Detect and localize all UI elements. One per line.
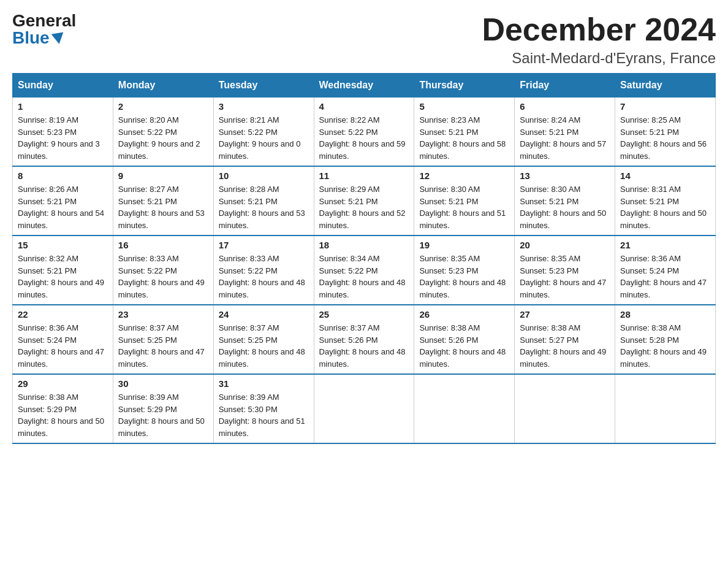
calendar-cell: 12 Sunrise: 8:30 AMSunset: 5:21 PMDaylig… xyxy=(414,166,515,236)
calendar-cell: 4 Sunrise: 8:22 AMSunset: 5:22 PMDayligh… xyxy=(314,98,414,167)
day-number: 29 xyxy=(18,378,108,389)
logo-general-text: General xyxy=(12,12,76,29)
calendar-cell xyxy=(314,374,414,443)
day-info: Sunrise: 8:19 AMSunset: 5:23 PMDaylight:… xyxy=(18,115,100,161)
day-info: Sunrise: 8:33 AMSunset: 5:22 PMDaylight:… xyxy=(219,254,305,299)
day-number: 9 xyxy=(118,170,208,181)
day-info: Sunrise: 8:20 AMSunset: 5:22 PMDaylight:… xyxy=(118,115,200,161)
day-number: 18 xyxy=(319,240,409,250)
month-title: December 2024 xyxy=(482,12,716,47)
day-info: Sunrise: 8:38 AMSunset: 5:28 PMDaylight:… xyxy=(620,323,707,369)
calendar-cell: 10 Sunrise: 8:28 AMSunset: 5:21 PMDaylig… xyxy=(213,166,314,236)
day-info: Sunrise: 8:34 AMSunset: 5:22 PMDaylight:… xyxy=(319,254,406,299)
calendar-cell xyxy=(615,374,716,443)
day-number: 17 xyxy=(219,240,309,250)
day-number: 16 xyxy=(118,240,208,250)
calendar-cell: 27 Sunrise: 8:38 AMSunset: 5:27 PMDaylig… xyxy=(515,305,615,374)
calendar-cell xyxy=(515,374,615,443)
calendar-cell: 7 Sunrise: 8:25 AMSunset: 5:21 PMDayligh… xyxy=(615,98,716,167)
week-row-2: 8 Sunrise: 8:26 AMSunset: 5:21 PMDayligh… xyxy=(13,166,716,236)
day-info: Sunrise: 8:28 AMSunset: 5:21 PMDaylight:… xyxy=(219,185,305,230)
weekday-header-row: SundayMondayTuesdayWednesdayThursdayFrid… xyxy=(13,74,716,98)
logo: General Blue xyxy=(12,12,76,47)
day-info: Sunrise: 8:39 AMSunset: 5:30 PMDaylight:… xyxy=(219,393,305,438)
day-info: Sunrise: 8:22 AMSunset: 5:22 PMDaylight:… xyxy=(319,115,406,161)
calendar-cell xyxy=(414,374,515,443)
day-info: Sunrise: 8:37 AMSunset: 5:25 PMDaylight:… xyxy=(118,323,205,369)
weekday-header-friday: Friday xyxy=(515,74,615,98)
weekday-header-sunday: Sunday xyxy=(13,74,113,98)
day-number: 19 xyxy=(419,240,509,250)
location-title: Saint-Medard-d'Eyrans, France xyxy=(482,50,716,67)
day-info: Sunrise: 8:38 AMSunset: 5:26 PMDaylight:… xyxy=(419,323,506,369)
day-number: 27 xyxy=(520,309,610,320)
calendar-cell: 2 Sunrise: 8:20 AMSunset: 5:22 PMDayligh… xyxy=(113,98,213,167)
day-info: Sunrise: 8:30 AMSunset: 5:21 PMDaylight:… xyxy=(419,185,506,230)
weekday-header-tuesday: Tuesday xyxy=(213,74,314,98)
weekday-header-monday: Monday xyxy=(113,74,213,98)
calendar-cell: 14 Sunrise: 8:31 AMSunset: 5:21 PMDaylig… xyxy=(615,166,716,236)
day-info: Sunrise: 8:38 AMSunset: 5:29 PMDaylight:… xyxy=(18,393,104,438)
day-number: 6 xyxy=(520,101,610,112)
calendar-cell: 20 Sunrise: 8:35 AMSunset: 5:23 PMDaylig… xyxy=(515,236,615,305)
day-info: Sunrise: 8:37 AMSunset: 5:25 PMDaylight:… xyxy=(219,323,305,369)
calendar-cell: 6 Sunrise: 8:24 AMSunset: 5:21 PMDayligh… xyxy=(515,98,615,167)
day-number: 23 xyxy=(118,309,208,320)
calendar-table: SundayMondayTuesdayWednesdayThursdayFrid… xyxy=(12,73,716,444)
day-info: Sunrise: 8:29 AMSunset: 5:21 PMDaylight:… xyxy=(319,185,406,230)
day-number: 21 xyxy=(620,240,710,250)
day-number: 22 xyxy=(18,309,108,320)
day-number: 14 xyxy=(620,170,710,181)
day-info: Sunrise: 8:23 AMSunset: 5:21 PMDaylight:… xyxy=(419,115,506,161)
calendar-cell: 11 Sunrise: 8:29 AMSunset: 5:21 PMDaylig… xyxy=(314,166,414,236)
calendar-cell: 26 Sunrise: 8:38 AMSunset: 5:26 PMDaylig… xyxy=(414,305,515,374)
day-info: Sunrise: 8:37 AMSunset: 5:26 PMDaylight:… xyxy=(319,323,406,369)
day-number: 2 xyxy=(118,101,208,112)
calendar-cell: 16 Sunrise: 8:33 AMSunset: 5:22 PMDaylig… xyxy=(113,236,213,305)
calendar-cell: 8 Sunrise: 8:26 AMSunset: 5:21 PMDayligh… xyxy=(13,166,113,236)
week-row-1: 1 Sunrise: 8:19 AMSunset: 5:23 PMDayligh… xyxy=(13,98,716,167)
day-number: 28 xyxy=(620,309,710,320)
calendar-cell: 21 Sunrise: 8:36 AMSunset: 5:24 PMDaylig… xyxy=(615,236,716,305)
title-block: December 2024 Saint-Medard-d'Eyrans, Fra… xyxy=(482,12,716,67)
day-number: 1 xyxy=(18,101,108,112)
calendar-cell: 3 Sunrise: 8:21 AMSunset: 5:22 PMDayligh… xyxy=(213,98,314,167)
week-row-5: 29 Sunrise: 8:38 AMSunset: 5:29 PMDaylig… xyxy=(13,374,716,443)
day-info: Sunrise: 8:26 AMSunset: 5:21 PMDaylight:… xyxy=(18,185,104,230)
calendar-cell: 30 Sunrise: 8:39 AMSunset: 5:29 PMDaylig… xyxy=(113,374,213,443)
week-row-4: 22 Sunrise: 8:36 AMSunset: 5:24 PMDaylig… xyxy=(13,305,716,374)
day-number: 26 xyxy=(419,309,509,320)
day-number: 10 xyxy=(219,170,309,181)
calendar-cell: 1 Sunrise: 8:19 AMSunset: 5:23 PMDayligh… xyxy=(13,98,113,167)
day-info: Sunrise: 8:27 AMSunset: 5:21 PMDaylight:… xyxy=(118,185,205,230)
day-number: 30 xyxy=(118,378,208,389)
day-info: Sunrise: 8:38 AMSunset: 5:27 PMDaylight:… xyxy=(520,323,606,369)
day-info: Sunrise: 8:24 AMSunset: 5:21 PMDaylight:… xyxy=(520,115,606,161)
calendar-cell: 18 Sunrise: 8:34 AMSunset: 5:22 PMDaylig… xyxy=(314,236,414,305)
calendar-cell: 5 Sunrise: 8:23 AMSunset: 5:21 PMDayligh… xyxy=(414,98,515,167)
day-info: Sunrise: 8:30 AMSunset: 5:21 PMDaylight:… xyxy=(520,185,606,230)
day-info: Sunrise: 8:36 AMSunset: 5:24 PMDaylight:… xyxy=(620,254,707,299)
calendar-cell: 29 Sunrise: 8:38 AMSunset: 5:29 PMDaylig… xyxy=(13,374,113,443)
day-number: 3 xyxy=(219,101,309,112)
day-number: 5 xyxy=(419,101,509,112)
calendar-cell: 25 Sunrise: 8:37 AMSunset: 5:26 PMDaylig… xyxy=(314,305,414,374)
weekday-header-saturday: Saturday xyxy=(615,74,716,98)
day-info: Sunrise: 8:31 AMSunset: 5:21 PMDaylight:… xyxy=(620,185,707,230)
logo-blue-text: Blue xyxy=(12,29,64,47)
calendar-cell: 22 Sunrise: 8:36 AMSunset: 5:24 PMDaylig… xyxy=(13,305,113,374)
calendar-cell: 13 Sunrise: 8:30 AMSunset: 5:21 PMDaylig… xyxy=(515,166,615,236)
day-number: 24 xyxy=(219,309,309,320)
day-info: Sunrise: 8:21 AMSunset: 5:22 PMDaylight:… xyxy=(219,115,301,161)
day-number: 15 xyxy=(18,240,108,250)
page-header: General Blue December 2024 Saint-Medard-… xyxy=(12,12,716,67)
day-info: Sunrise: 8:32 AMSunset: 5:21 PMDaylight:… xyxy=(18,254,104,299)
weekday-header-wednesday: Wednesday xyxy=(314,74,414,98)
day-info: Sunrise: 8:36 AMSunset: 5:24 PMDaylight:… xyxy=(18,323,104,369)
day-number: 11 xyxy=(319,170,409,181)
day-number: 8 xyxy=(18,170,108,181)
day-info: Sunrise: 8:25 AMSunset: 5:21 PMDaylight:… xyxy=(620,115,707,161)
calendar-cell: 31 Sunrise: 8:39 AMSunset: 5:30 PMDaylig… xyxy=(213,374,314,443)
calendar-cell: 23 Sunrise: 8:37 AMSunset: 5:25 PMDaylig… xyxy=(113,305,213,374)
day-number: 13 xyxy=(520,170,610,181)
